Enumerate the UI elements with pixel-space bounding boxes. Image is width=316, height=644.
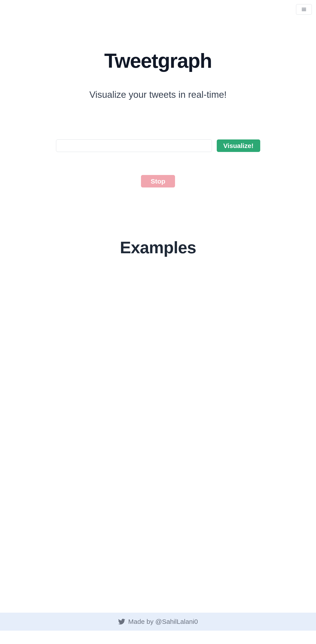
twitter-icon xyxy=(118,618,125,625)
bottom-spacer xyxy=(0,630,316,644)
visualize-button[interactable]: Visualize! xyxy=(217,140,260,152)
footer: Made by @SahilLalani0 xyxy=(0,613,316,630)
examples-heading: Examples xyxy=(120,238,196,257)
tweet-search-input[interactable] xyxy=(56,140,212,152)
input-row: Visualize! xyxy=(56,140,260,152)
page-title: Tweetgraph xyxy=(104,49,212,72)
main-content: Tweetgraph Visualize your tweets in real… xyxy=(0,0,316,514)
stop-button[interactable]: Stop xyxy=(141,175,175,188)
page-subtitle: Visualize your tweets in real-time! xyxy=(89,90,227,100)
footer-credit-link[interactable]: Made by @SahilLalani0 xyxy=(128,618,198,625)
hamburger-icon xyxy=(301,7,307,12)
menu-button[interactable] xyxy=(296,4,312,15)
